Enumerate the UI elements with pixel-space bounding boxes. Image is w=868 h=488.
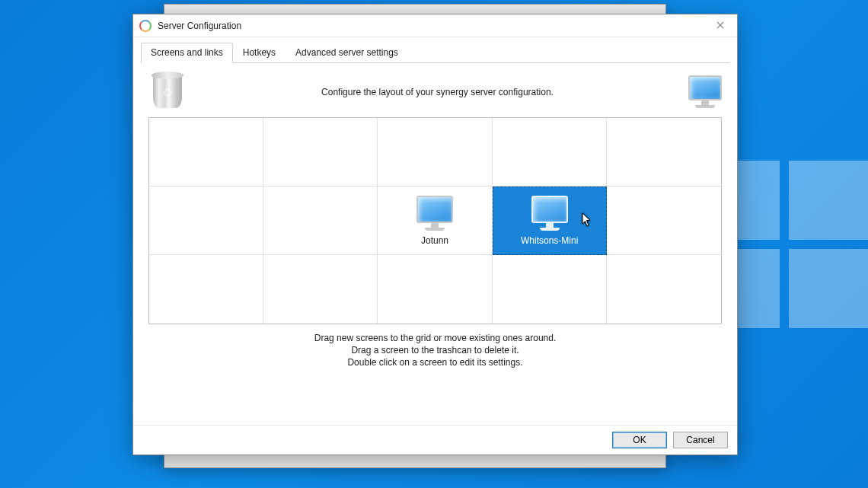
tabs: Screens and links Hotkeys Advanced serve… (141, 42, 729, 63)
monitor-icon (416, 196, 453, 231)
window-title: Server Configuration (158, 21, 241, 31)
grid-cell[interactable] (378, 255, 492, 324)
screen-label: Whitsons-Mini (521, 235, 578, 246)
monitor-icon (531, 196, 568, 231)
grid-cell[interactable] (493, 255, 607, 324)
ok-button[interactable]: OK (612, 432, 667, 448)
grid-cell[interactable] (263, 255, 378, 324)
tab-advanced-server-settings[interactable]: Advanced server settings (286, 43, 408, 63)
grid-cell[interactable] (263, 118, 378, 187)
top-instruction: Configure the layout of your synergy ser… (187, 87, 688, 97)
screen-layout-grid[interactable]: Jotunn Whitsons-Mini (148, 117, 722, 324)
help-line-1: Drag new screens to the grid or move exi… (141, 332, 729, 344)
cursor-arrow-icon (582, 212, 592, 230)
grid-cell[interactable] (493, 118, 607, 187)
screen-label: Jotunn (421, 235, 448, 246)
close-icon (716, 21, 724, 29)
titlebar[interactable]: Server Configuration (133, 14, 737, 37)
tab-screens-and-links[interactable]: Screens and links (141, 43, 233, 63)
close-button[interactable] (703, 14, 737, 36)
trashcan-icon[interactable] (148, 71, 187, 113)
tab-hotkeys[interactable]: Hotkeys (233, 43, 286, 63)
cancel-button[interactable]: Cancel (673, 432, 728, 448)
help-text: Drag new screens to the grid or move exi… (141, 324, 729, 369)
grid-cell-jotunn[interactable]: Jotunn (378, 187, 492, 255)
top-strip: Configure the layout of your synergy ser… (141, 63, 729, 117)
button-bar: OK Cancel (133, 425, 737, 455)
grid-cell[interactable] (149, 187, 263, 255)
screens-panel: Configure the layout of your synergy ser… (141, 63, 729, 425)
server-configuration-dialog: Server Configuration Screens and links H… (132, 14, 738, 455)
new-screen-source[interactable] (688, 75, 722, 108)
grid-cell[interactable] (149, 118, 263, 187)
help-line-2: Drag a screen to the trashcan to delete … (141, 344, 729, 356)
grid-cell[interactable] (378, 118, 492, 187)
grid-cell[interactable] (607, 118, 721, 187)
grid-cell-whitsons-mini[interactable]: Whitsons-Mini (493, 187, 607, 255)
app-icon (139, 20, 152, 32)
help-line-3: Double click on a screen to edit its set… (141, 356, 729, 368)
grid-cell[interactable] (607, 255, 721, 324)
grid-cell[interactable] (149, 255, 263, 324)
grid-cell[interactable] (263, 187, 378, 255)
grid-cell[interactable] (607, 187, 721, 255)
